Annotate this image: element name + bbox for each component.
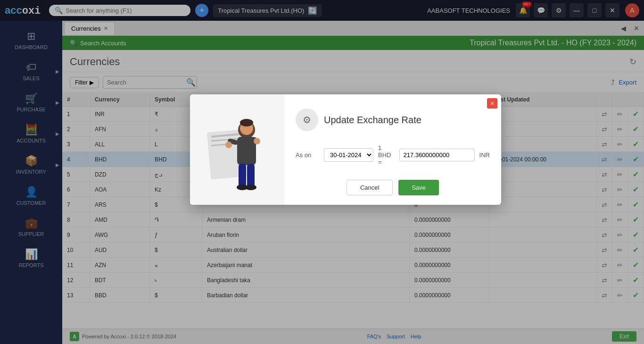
global-search[interactable]: 🔍 <box>49 5 190 16</box>
check-icon[interactable]: ✔ <box>633 276 639 284</box>
edit-icon[interactable]: ✏ <box>617 246 623 254</box>
sidebar-item-customer[interactable]: 👤 CUSTOMER <box>0 181 62 210</box>
cell-action-sync[interactable]: ⇄ <box>597 212 612 227</box>
tab-ctrl-next[interactable]: ✕ <box>631 24 642 33</box>
share-button[interactable]: ⤴ <box>611 78 615 86</box>
cell-action-sync[interactable]: ⇄ <box>597 182 612 197</box>
notification-btn[interactable]: 🔔 99+ <box>516 3 530 17</box>
sidebar-item-purchase[interactable]: 🛒 PURCHASE ▶ <box>0 88 62 117</box>
cell-action-sync[interactable]: ⇄ <box>597 197 612 212</box>
edit-icon[interactable]: ✏ <box>617 171 623 178</box>
maximize-btn[interactable]: □ <box>587 3 602 17</box>
tab-currencies[interactable]: Currencies ✕ <box>64 22 115 35</box>
cell-action-check[interactable]: ✔ <box>628 107 644 122</box>
global-search-input[interactable] <box>66 7 179 14</box>
cell-action-edit[interactable]: ✏ <box>612 288 628 303</box>
cell-action-edit[interactable]: ✏ <box>612 258 628 273</box>
cell-action-edit[interactable]: ✏ <box>612 197 628 212</box>
sync-icon[interactable]: ⇄ <box>602 261 607 269</box>
cell-action-edit[interactable]: ✏ <box>612 167 628 182</box>
table-row[interactable]: 12 BDT ৳ Bangladeshi taka 0.0000000000 ⇄… <box>62 273 644 288</box>
cell-action-sync[interactable]: ⇄ <box>597 288 612 303</box>
sync-icon[interactable]: ⇄ <box>602 186 607 193</box>
tab-ctrl-prev[interactable]: ◀ <box>618 24 629 33</box>
cell-action-sync[interactable]: ⇄ <box>597 167 612 182</box>
cell-action-check[interactable]: ✔ <box>628 212 644 227</box>
close-btn[interactable]: ✕ <box>605 3 619 17</box>
edit-icon[interactable]: ✏ <box>617 231 623 239</box>
table-row[interactable]: 11 AZN ₼ Azerbaijani manat 0.0000000000 … <box>62 258 644 273</box>
support-link[interactable]: Support <box>387 334 405 339</box>
sync-icon[interactable]: ⇄ <box>602 201 607 209</box>
check-icon[interactable]: ✔ <box>633 291 639 299</box>
search-accounts-btn[interactable]: 🔍 Search Accounts <box>70 40 126 47</box>
sync-icon[interactable]: ⇄ <box>602 141 607 148</box>
table-search-input[interactable] <box>107 79 186 86</box>
edit-icon[interactable]: ✏ <box>617 141 623 148</box>
faq-link[interactable]: FAQ's <box>367 334 381 339</box>
minimize-btn[interactable]: — <box>570 3 584 17</box>
modal-close-button[interactable]: × <box>487 98 497 109</box>
check-icon[interactable]: ✔ <box>633 261 639 269</box>
check-icon[interactable]: ✔ <box>633 231 639 239</box>
cell-action-sync[interactable]: ⇄ <box>597 243 612 258</box>
cell-action-check[interactable]: ✔ <box>628 122 644 137</box>
cell-action-check[interactable]: ✔ <box>628 243 644 258</box>
table-row[interactable]: 10 AUD $ Australian dollar 0.0000000000 … <box>62 243 644 258</box>
sidebar-item-accounts[interactable]: 🧮 ACCOUNTS ▶ <box>0 119 62 148</box>
export-button[interactable]: Export <box>619 79 636 86</box>
filter-button[interactable]: Filter ▶ <box>70 77 99 88</box>
settings-btn[interactable]: ⚙ <box>552 3 566 17</box>
edit-icon[interactable]: ✏ <box>617 186 623 193</box>
sidebar-item-sales[interactable]: 🏷 SALES ▶ <box>0 57 62 86</box>
cell-action-edit[interactable]: ✏ <box>612 122 628 137</box>
edit-icon[interactable]: ✏ <box>617 110 623 118</box>
table-row[interactable]: 8 AMD ֏ Armenian dram 0.0000000000 ⇄ ✏ ✔ <box>62 212 644 227</box>
cell-action-sync[interactable]: ⇄ <box>597 137 612 152</box>
cell-action-check[interactable]: ✔ <box>628 197 644 212</box>
check-icon[interactable]: ✔ <box>633 170 639 178</box>
sync-icon[interactable]: ⇄ <box>602 246 607 254</box>
check-icon[interactable]: ✔ <box>633 110 639 118</box>
sync-icon[interactable]: ⇄ <box>602 216 607 224</box>
edit-icon[interactable]: ✏ <box>617 216 623 224</box>
cell-action-edit[interactable]: ✏ <box>612 182 628 197</box>
exchange-rate-input[interactable] <box>399 149 475 161</box>
cell-action-edit[interactable]: ✏ <box>612 152 628 167</box>
add-button[interactable]: + <box>195 4 208 17</box>
sidebar-item-supplier[interactable]: 💼 SUPPLIER <box>0 212 62 242</box>
check-icon[interactable]: ✔ <box>633 155 639 163</box>
cell-action-check[interactable]: ✔ <box>628 182 644 197</box>
cell-action-edit[interactable]: ✏ <box>612 227 628 243</box>
edit-icon[interactable]: ✏ <box>617 292 623 299</box>
check-icon[interactable]: ✔ <box>633 201 639 209</box>
check-icon[interactable]: ✔ <box>633 216 639 224</box>
edit-icon[interactable]: ✏ <box>617 201 623 209</box>
date-select[interactable]: 30-01-2024 <box>324 148 373 162</box>
check-icon[interactable]: ✔ <box>633 246 639 254</box>
cancel-button[interactable]: Cancel <box>347 180 393 195</box>
sidebar-item-reports[interactable]: 📊 REPORTS <box>0 243 62 273</box>
cell-action-check[interactable]: ✔ <box>628 167 644 182</box>
cell-action-check[interactable]: ✔ <box>628 288 644 303</box>
check-icon[interactable]: ✔ <box>633 125 639 133</box>
sync-icon[interactable]: ⇄ <box>602 277 607 284</box>
cell-action-sync[interactable]: ⇄ <box>597 107 612 122</box>
check-icon[interactable]: ✔ <box>633 140 639 148</box>
help-link[interactable]: Help <box>411 334 421 339</box>
sync-icon[interactable]: ⇄ <box>602 231 607 239</box>
edit-icon[interactable]: ✏ <box>617 156 623 163</box>
cell-action-sync[interactable]: ⇄ <box>597 152 612 167</box>
sync-icon[interactable]: ⇄ <box>602 110 607 118</box>
cell-action-edit[interactable]: ✏ <box>612 137 628 152</box>
check-icon[interactable]: ✔ <box>633 185 639 193</box>
company-selector[interactable]: Tropical Treasures Pvt Ltd.(HO) 🔄 <box>213 4 322 17</box>
cell-action-sync[interactable]: ⇄ <box>597 273 612 288</box>
cell-action-sync[interactable]: ⇄ <box>597 227 612 243</box>
edit-icon[interactable]: ✏ <box>617 261 623 269</box>
cell-action-check[interactable]: ✔ <box>628 137 644 152</box>
cell-action-edit[interactable]: ✏ <box>612 273 628 288</box>
cell-action-check[interactable]: ✔ <box>628 152 644 167</box>
sync-icon[interactable]: ⇄ <box>602 171 607 178</box>
edit-icon[interactable]: ✏ <box>617 126 623 133</box>
